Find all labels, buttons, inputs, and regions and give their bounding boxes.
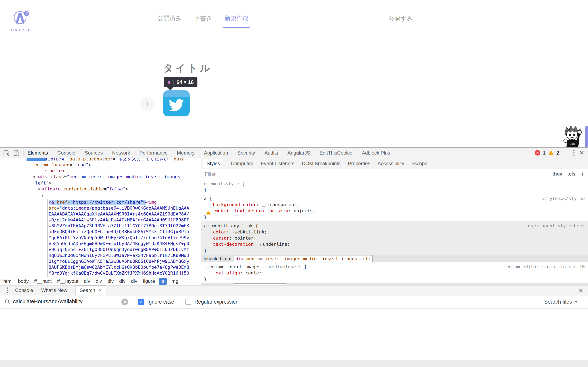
nav-tab-1[interactable]: 下書き — [194, 14, 212, 24]
css-declaration[interactable]: color: -webkit-link; — [204, 229, 588, 235]
inherited-from-node[interactable]: div.medium-editor… — [234, 284, 286, 285]
breadcrumb-item-__nuxt[interactable]: #__nuxt — [34, 278, 52, 284]
dom-tree-line[interactable]: <a href="https://twitter.com/share"><img — [49, 199, 195, 205]
css-rule-selector[interactable]: .medium-insert-images, .mediumInsert {me… — [204, 264, 588, 270]
search-input[interactable] — [13, 298, 115, 305]
breadcrumb-item-a[interactable]: a — [159, 278, 166, 285]
dom-tree-line[interactable]: wD/oL2nkwAAAAlwSFlzAAALEwAACxMBAJqcGAAAA… — [49, 217, 195, 223]
ignore-case-checkbox[interactable]: ✓ — [138, 299, 144, 305]
publish-button[interactable]: 公開する — [389, 15, 412, 23]
dom-tree-line[interactable]: src="data:image/png;base64,iVBORw0KGgoAA… — [49, 205, 195, 211]
devtools-tab-angularjs[interactable]: AngularJS — [287, 150, 310, 156]
breadcrumb-item-img[interactable]: img — [171, 278, 178, 284]
devtools-tab-audits[interactable]: Audits — [264, 150, 278, 156]
breadcrumb-item-div[interactable]: div — [84, 278, 90, 284]
color-swatch[interactable] — [262, 203, 265, 207]
dom-tree-line[interactable]: aUFqRBQ4iEaL7zQeOOFhihe4R/Q38BvkD8AiSYkX… — [49, 229, 195, 235]
drawer-menu-icon[interactable] — [5, 287, 10, 294]
css-declaration[interactable]: text-align: center; — [204, 270, 588, 276]
styles-tab--scope[interactable]: $scope — [412, 161, 427, 166]
css-declaration[interactable]: !-webkit-text-decoration-skip: objects; — [204, 208, 588, 214]
css-declaration[interactable]: text-decoration: ▶underline; — [204, 241, 588, 248]
error-count[interactable]: 1 — [543, 150, 545, 156]
breadcrumb-item-div[interactable]: div — [119, 278, 126, 284]
dom-tree-line[interactable]: w8bMVZmnTEAAApZSURBVHja7Ztbj11lGYCf77BOe… — [49, 223, 195, 229]
base64-image-node[interactable]: <a href="https://twitter.com/share"><img… — [47, 199, 196, 277]
dom-tree-line[interactable]: YqgBAi0tLYznVNn9p59Wmt9By/WKgxQbIfZxcLue… — [49, 235, 195, 241]
devtools-tab-network[interactable]: Network — [112, 150, 130, 156]
dom-tree-line[interactable]: ▼<div class="medium-insert-images medium… — [0, 174, 201, 180]
styles-tab-event-listeners[interactable]: Event Listeners — [261, 161, 294, 166]
breadcrumb-item-div[interactable]: div — [96, 278, 102, 284]
devtools-tab-elements[interactable]: Elements — [27, 150, 48, 156]
styles-tab-properties[interactable]: Properties — [348, 161, 370, 166]
breadcrumb-item-__layout[interactable]: #__layout — [57, 278, 78, 284]
article-title[interactable]: タイトル — [163, 62, 212, 75]
clear-search-icon[interactable]: ✕ — [121, 299, 128, 305]
warning-badge-icon[interactable]: ! — [548, 150, 554, 155]
styles-tab-styles[interactable]: Styles — [203, 159, 223, 168]
devtools-tab-adblock-plus[interactable]: Adblock Plus — [362, 150, 390, 156]
devtools-tab-security[interactable]: Security — [237, 150, 255, 156]
dom-tree-line[interactable]: left"> — [0, 180, 201, 186]
expand-arrow-icon[interactable]: ▶ — [260, 243, 262, 247]
error-badge-icon[interactable]: ✕ — [535, 150, 540, 156]
dom-tree-line[interactable]: EAAAABACAYAAACqaXHeAAAAAXNSR0IArs4c6QAAA… — [49, 211, 195, 217]
dom-tree-line[interactable]: hqU3w3h0d0x4Nwn1OyvFxPulBWJaVP+akx4VFapb… — [49, 252, 195, 258]
nav-tab-0[interactable]: 公開済み — [158, 14, 182, 24]
devtools-menu-icon[interactable] — [571, 149, 577, 157]
dom-tree-line[interactable]: medium-focused="true"> — [0, 162, 201, 168]
device-toolbar-icon[interactable] — [13, 150, 20, 156]
warning-count[interactable]: 2 — [557, 150, 559, 156]
dom-tree-line[interactable]: ve85hOc3uAD5FHgm8BDwDE+fpIDy8AZ4BngyWtdJ… — [49, 241, 195, 247]
nav-tab-2[interactable]: 新規作成 — [225, 14, 248, 24]
drawer-tab-what-s-new[interactable]: What's New — [41, 287, 67, 293]
css-rule-selector[interactable]: a:-webkit-any-link {user agent styleshee… — [204, 223, 588, 229]
add-content-button[interactable]: + — [140, 97, 155, 111]
dom-tree-line[interactable]: g5nTUCWKJwHMehxsKGRtZjlQQZhfP3niHcgTMwCQ… — [49, 276, 195, 277]
styles-tab-computed[interactable]: Computed — [231, 161, 253, 166]
inspect-element-icon[interactable] — [3, 150, 10, 156]
styles-tab-dom-breakpoints[interactable]: DOM Breakpoints — [302, 161, 341, 166]
toggle-class-button[interactable]: .cls — [568, 171, 575, 177]
css-declaration[interactable]: background-color: transparent; — [204, 202, 588, 208]
dom-tree-line[interactable]: v9L3qr0ehcI+Z6LfgQ88QlUnkqnJyodrwngR8AP+… — [49, 247, 195, 252]
devtools-tab-application[interactable]: Application — [204, 150, 228, 156]
devtools-tab-sources[interactable]: Sources — [85, 150, 103, 156]
devtools-tab-memory[interactable]: Memory — [177, 150, 195, 156]
page-scrollbar-thumb[interactable] — [585, 126, 588, 147]
breadcrumb-item-body[interactable]: body — [18, 278, 29, 284]
styles-tab-accessibility[interactable]: Accessibility — [378, 161, 404, 166]
stylesheet-link[interactable]: user agent stylesheet — [528, 223, 585, 229]
drawer-close-icon[interactable]: ✕ — [579, 287, 584, 294]
dom-tree[interactable]: 8fe95f28fb74" data-placeholder="本文を入力してく… — [0, 158, 201, 277]
css-rule-selector[interactable]: element.style { — [204, 181, 588, 187]
stylesheet-link[interactable]: <style>…</style> — [541, 196, 585, 202]
crypto-logo[interactable]: β CRYPTO — [11, 10, 32, 32]
dom-tree-line[interactable]: ::before — [0, 168, 201, 174]
twitter-share-image[interactable] — [163, 90, 190, 117]
regex-checkbox[interactable] — [185, 299, 191, 305]
css-rule-selector[interactable]: a {<style>…</style> — [204, 196, 588, 202]
stylesheet-link[interactable]: medium-editor-i…gin.min.css:10 — [504, 264, 585, 270]
dom-tree-line[interactable]: MBrdDYgjkf0aQBq7/dwCvIuLTXmZKfJPXMH6ShHa… — [49, 270, 195, 276]
breadcrumb-item-figure[interactable]: figure — [143, 278, 155, 284]
new-style-rule-button[interactable]: + — [581, 171, 584, 178]
drawer-tab-console[interactable]: Console — [15, 287, 33, 293]
breadcrumb-item-html[interactable]: html — [3, 278, 12, 284]
devtools-tab-performance[interactable]: Performance — [139, 150, 167, 156]
drawer-tab-search[interactable]: Search✕ — [75, 285, 106, 295]
dom-tree-line[interactable]: BAUFGKEbsDYjmCswC2AbYEYltcHGsQK0bBOpuMbe… — [49, 264, 195, 270]
dom-tree-line[interactable]: ▼ — [0, 192, 201, 199]
devtools-close-icon[interactable]: ✕ — [579, 149, 584, 156]
filter-placeholder[interactable]: Filter — [205, 171, 216, 177]
css-declaration[interactable]: cursor: pointer; — [204, 235, 588, 241]
close-tab-icon[interactable]: ✕ — [98, 288, 102, 293]
dom-tree-line[interactable]: 0lgYYoBLEggnGIAoWTK5TaA2wBuA5hu0RO5i68+h… — [49, 258, 195, 264]
breadcrumb-item-div[interactable]: div — [107, 278, 114, 284]
devtools-tab-console[interactable]: Console — [57, 150, 75, 156]
devtools-tab-editthiscookie[interactable]: EditThisCookie — [320, 150, 352, 156]
breadcrumb-item-div[interactable]: div — [131, 278, 138, 284]
search-files-button[interactable]: Search files ▼ — [544, 299, 578, 305]
toggle-hover-button[interactable]: :hov — [553, 171, 562, 177]
